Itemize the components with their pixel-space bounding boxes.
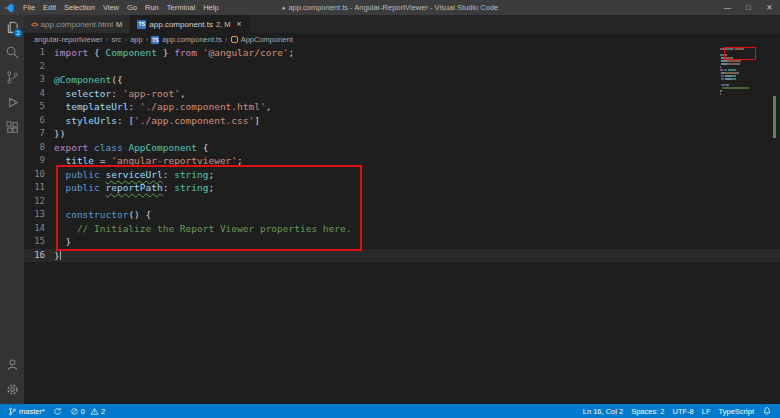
line-number: 3 [24,73,54,87]
code-token: './app.component.html' [140,101,266,112]
minimap-line [720,78,766,80]
line-content: title = 'angular-reportviewer'; [54,154,243,168]
minimap-segment [720,90,722,92]
minimap-line [720,72,766,74]
minimap-segment [732,57,733,59]
minimap-segment [728,63,740,65]
code-line-12[interactable]: 12 [24,195,780,209]
eol-item[interactable]: LF [702,407,711,416]
menu-edit[interactable]: Edit [39,3,60,12]
code-line-6[interactable]: 6 styleUrls: ['./app.component.css'] [24,114,780,128]
close-button[interactable]: ✕ [759,0,780,15]
accounts-icon[interactable] [0,352,24,377]
minimap-line [720,81,766,83]
minimap-line [720,87,766,89]
code-token: selector [65,88,111,99]
tab-close-icon[interactable]: × [237,19,242,29]
tab-app-component-html[interactable]: <> app.component.html M [24,15,130,33]
code-token [54,88,65,99]
language-mode-item[interactable]: TypeScript [719,407,754,416]
code-line-8[interactable]: 8export class AppComponent { [24,141,780,155]
tab-app-component-ts[interactable]: TS app.component.ts 2, M × [130,15,249,33]
minimap-segment [728,60,740,62]
menu-go[interactable]: Go [123,3,141,12]
settings-gear-icon[interactable] [0,377,24,402]
line-content: templateUrl: './app.component.html', [54,100,271,114]
code-editor[interactable]: 1import { Component } from '@angular/cor… [24,46,780,404]
minimap-segment [720,66,721,68]
code-line-4[interactable]: 4 selector: 'app-root', [24,87,780,101]
line-content: styleUrls: ['./app.component.css'] [54,114,260,128]
unsaved-dot: ● [282,5,286,11]
menu-view[interactable]: View [99,3,123,12]
menu-help[interactable]: Help [199,3,222,12]
code-token: title [65,155,94,166]
code-token [54,155,65,166]
menu-file[interactable]: File [19,3,39,12]
menu-selection[interactable]: Selection [60,3,99,12]
menu-terminal[interactable]: Terminal [163,3,199,12]
line-content: } [54,235,71,249]
source-control-icon[interactable] [0,65,24,90]
code-line-1[interactable]: 1import { Component } from '@angular/cor… [24,46,780,60]
branch-name: master* [19,407,45,416]
git-branch-item[interactable]: master* [8,407,45,416]
line-content: }) [54,127,65,141]
run-and-debug-icon[interactable] [0,90,24,115]
code-line-5[interactable]: 5 templateUrl: './app.component.html', [24,100,780,114]
menu-run[interactable]: Run [141,3,163,12]
code-token: : [128,101,139,112]
minimap-segment [735,78,736,80]
code-token: export [54,142,88,153]
minimap-line [720,60,766,62]
line-content: constructor() { [54,208,151,222]
code-line-10[interactable]: 10 public serviceUrl: string; [24,168,780,182]
code-token: ({ [111,74,122,85]
code-line-15[interactable]: 15 } [24,235,780,249]
line-content: // Initialize the Report Viewer properti… [54,222,351,236]
search-icon[interactable] [0,40,24,65]
text-cursor [60,250,61,260]
breadcrumb-separator: › [146,35,149,44]
maximize-button[interactable]: □ [738,0,759,15]
sync-changes-item[interactable] [53,407,62,416]
breadcrumb-symbol[interactable]: AppComponent [241,35,293,44]
breadcrumb-project[interactable]: angular-reportviewer [34,35,103,44]
code-line-14[interactable]: 14 // Initialize the Report Viewer prope… [24,222,780,236]
minimap[interactable] [720,48,766,96]
code-line-13[interactable]: 13 constructor() { [24,208,780,222]
line-number: 4 [24,87,54,101]
status-bar-right: Ln 16, Col 2 Spaces: 2 UTF-8 LF TypeScri… [583,406,772,416]
notifications-bell-icon[interactable] [762,406,772,416]
line-number: 13 [24,208,54,222]
breadcrumb-file[interactable]: app.component.ts [162,35,222,44]
class-symbol-icon [231,36,238,43]
minimap-segment [735,69,736,71]
code-line-11[interactable]: 11 public reportPath: string; [24,181,780,195]
minimap-line [720,93,766,95]
minimize-button[interactable]: — [717,0,738,15]
vscode-logo-icon [4,3,14,13]
window-title: ● app.component.ts - Angular-ReportViewe… [282,3,498,12]
code-line-9[interactable]: 9 title = 'angular-reportviewer'; [24,154,780,168]
breadcrumb-src[interactable]: src [111,35,121,44]
menu-bar: FileEditSelectionViewGoRunTerminalHelp [19,3,223,12]
main-area: 2 [0,15,780,404]
explorer-badge: 2 [13,28,23,38]
line-content: import { Component } from '@angular/core… [54,46,294,60]
extensions-icon[interactable] [0,115,24,140]
tab-problems-modified-badge: 2, M [216,20,231,29]
scrollbar[interactable] [767,46,780,404]
problems-item[interactable]: 0 2 [70,407,105,416]
code-line-2[interactable]: 2 [24,60,780,74]
code-line-3[interactable]: 3@Component({ [24,73,780,87]
overview-ruler-modified-mark [773,96,776,138]
cursor-position-item[interactable]: Ln 16, Col 2 [583,407,623,416]
breadcrumb-separator: › [225,35,228,44]
explorer-icon[interactable]: 2 [0,15,24,40]
indentation-item[interactable]: Spaces: 2 [631,407,664,416]
encoding-item[interactable]: UTF-8 [673,407,694,416]
breadcrumb-app[interactable]: app [130,35,143,44]
code-line-16[interactable]: 16} [24,249,780,263]
code-line-7[interactable]: 7}) [24,127,780,141]
